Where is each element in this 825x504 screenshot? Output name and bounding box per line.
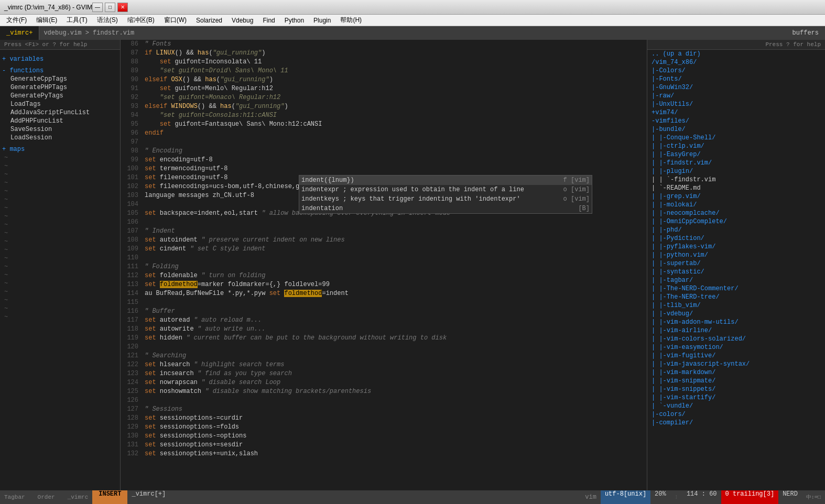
- menu-python[interactable]: Python: [280, 16, 308, 25]
- rs-item-15[interactable]: | | `-findstr.vim: [647, 176, 825, 184]
- rs-item-12[interactable]: | |-EasyGrep/: [647, 150, 825, 159]
- rs-item-35[interactable]: | |-vim-easymotion/: [647, 343, 825, 352]
- code-line-111: 111 " Folding: [121, 262, 647, 271]
- rs-item-32[interactable]: | |-vim-addon-mw-utils/: [647, 318, 825, 326]
- rs-item-20[interactable]: | |-OmniCppComplete/: [647, 217, 825, 226]
- rs-item-39[interactable]: | |-vim-snipmate/: [647, 377, 825, 385]
- code-line-99: 99 set encoding=utf-8: [121, 156, 647, 165]
- rs-item-18[interactable]: | |-molokai/: [647, 201, 825, 209]
- rs-item-38[interactable]: | |-vim-markdown/: [647, 368, 825, 377]
- rs-item-27[interactable]: | |-tagbar/: [647, 276, 825, 284]
- ac-item-2[interactable]: indentkeys ; keys that trigger indenting…: [299, 194, 592, 204]
- menu-syntax[interactable]: 语法(S): [93, 15, 122, 26]
- code-line-121: 121 " Searching: [121, 352, 647, 360]
- menu-edit[interactable]: 编辑(E): [32, 15, 61, 26]
- rs-item-11[interactable]: | |-ctrlp.vim/: [647, 142, 825, 150]
- rs-item-5[interactable]: |-raw/: [647, 92, 825, 100]
- ac-item-1[interactable]: indentexpr ; expression used to obtain t…: [299, 185, 592, 194]
- rs-item-22[interactable]: | |-Pydiction/: [647, 234, 825, 243]
- sb-mode: INSERT: [92, 490, 127, 504]
- rs-item-9[interactable]: |-bundle/: [647, 125, 825, 134]
- rs-item-42[interactable]: | `-vundle/: [647, 402, 825, 410]
- rs-item-17[interactable]: | |-grep.vim/: [647, 192, 825, 201]
- sidebar-functions[interactable]: - functions: [0, 65, 120, 75]
- code-line-123: 123 set incsearch " find as you type sea…: [121, 369, 647, 378]
- menu-find[interactable]: Find: [258, 16, 279, 25]
- sb-tagbar-label: Tagbar: [0, 490, 29, 504]
- rs-item-19[interactable]: | |-neocomplcache/: [647, 209, 825, 217]
- rs-item-6[interactable]: |-UnxUtils/: [647, 100, 825, 108]
- statusbar: Tagbar Order _vimrc INSERT _vimrc[+] vim…: [0, 490, 825, 504]
- sidebar-func-5[interactable]: AddPHPFuncList: [0, 117, 120, 125]
- right-sidebar-buffers: Press ? for help .. (up a dir) /vim_74_x…: [647, 40, 825, 490]
- rs-item-29[interactable]: | |-The-NERD-tree/: [647, 293, 825, 301]
- sidebar-func-1[interactable]: GeneratePHPTags: [0, 83, 120, 92]
- rs-item-14[interactable]: | |-plugin/: [647, 167, 825, 176]
- minimize-button[interactable]: —: [92, 3, 103, 12]
- rs-item-37[interactable]: | |-vim-javascript-syntax/: [647, 360, 825, 368]
- sidebar-variables[interactable]: + variables: [0, 54, 120, 63]
- rs-item-16[interactable]: | `-README.md: [647, 184, 825, 192]
- ac-item-3[interactable]: indentation [B]: [299, 204, 592, 213]
- maximize-button[interactable]: □: [105, 3, 115, 12]
- sb-nerd: NERD: [778, 490, 802, 504]
- rs-item-36[interactable]: | |-vim-fugitive/: [647, 352, 825, 360]
- editor-area[interactable]: 86 " Fonts 87 if LINUX() && has("gui_run…: [121, 40, 647, 490]
- close-button[interactable]: ✕: [117, 3, 128, 12]
- rs-item-33[interactable]: | |-vim-airline/: [647, 326, 825, 335]
- rs-item-7[interactable]: +vim74/: [647, 108, 825, 117]
- menu-tools[interactable]: 工具(T): [62, 15, 91, 26]
- rs-item-13[interactable]: | |-findstr.vim/: [647, 159, 825, 167]
- code-line-106: 106: [121, 218, 647, 227]
- menu-solarized[interactable]: Solarized: [192, 16, 226, 25]
- sb-encoding: utf-8[unix]: [601, 490, 650, 504]
- rs-item-10[interactable]: | |-Conque-Shell/: [647, 134, 825, 142]
- rs-item-2[interactable]: |-Colors/: [647, 67, 825, 75]
- rs-item-23[interactable]: | |-pyflakes-vim/: [647, 243, 825, 251]
- menu-vdebug[interactable]: Vdebug: [227, 16, 257, 25]
- code-line-87: 87 if LINUX() && has("gui_running"): [121, 49, 647, 58]
- rs-item-0[interactable]: .. (up a dir): [647, 50, 825, 58]
- rs-item-24[interactable]: | |-python.vim/: [647, 251, 825, 259]
- rs-item-8[interactable]: -vimfiles/: [647, 117, 825, 125]
- sidebar-func-2[interactable]: GeneratePyTags: [0, 92, 120, 100]
- rs-item-31[interactable]: | |-vdebug/: [647, 310, 825, 318]
- menu-file[interactable]: 文件(F): [2, 15, 31, 26]
- autocomplete-popup[interactable]: indent({lnum}) f [vim] indentexpr ; expr…: [299, 175, 592, 214]
- rs-item-26[interactable]: | |-syntastic/: [647, 268, 825, 276]
- code-line-107: 107 " Indent: [121, 227, 647, 236]
- sidebar-tilde-5: ~: [0, 187, 120, 195]
- sidebar-help-text: Press <F1> or ? for help: [0, 40, 120, 50]
- sb-position: 114 : 60: [682, 490, 721, 504]
- sidebar-func-4[interactable]: AddJavaScriptFuncList: [0, 108, 120, 117]
- menu-help[interactable]: 帮助(H): [336, 15, 366, 26]
- sidebar-tilde-11: ~: [0, 237, 120, 246]
- menu-buffer[interactable]: 缩冲区(B): [123, 15, 159, 26]
- rs-item-28[interactable]: | |-The-NERD-Commenter/: [647, 284, 825, 293]
- rs-item-34[interactable]: | |-vim-colors-solarized/: [647, 335, 825, 343]
- rs-item-3[interactable]: |-Fonts/: [647, 75, 825, 83]
- sidebar-func-0[interactable]: GenerateCppTags: [0, 75, 120, 83]
- rs-item-1[interactable]: /vim_74_x86/: [647, 58, 825, 67]
- code-area[interactable]: 86 " Fonts 87 if LINUX() && has("gui_run…: [121, 40, 647, 490]
- sidebar-func-6[interactable]: SaveSession: [0, 125, 120, 134]
- rs-item-43[interactable]: |-colors/: [647, 410, 825, 419]
- tab-vimrc[interactable]: _vimrc+: [0, 26, 39, 40]
- code-line-91: 91 set guifont=Menlo\ Regular:h12: [121, 84, 647, 93]
- sidebar-tilde-19: ~: [0, 304, 120, 313]
- rs-item-25[interactable]: | |-supertab/: [647, 259, 825, 268]
- rs-item-44[interactable]: |-compiler/: [647, 419, 825, 427]
- sidebar-func-3[interactable]: LoadTags: [0, 100, 120, 108]
- sidebar-tilde-9: ~: [0, 221, 120, 229]
- sidebar-func-7[interactable]: LoadSession: [0, 134, 120, 142]
- ac-item-0[interactable]: indent({lnum}) f [vim]: [299, 176, 592, 185]
- rs-item-30[interactable]: | |-tlib_vim/: [647, 301, 825, 310]
- code-line-119: 119 set hidden " current buffer can be p…: [121, 334, 647, 343]
- sidebar-maps[interactable]: + maps: [0, 144, 120, 154]
- rs-item-41[interactable]: | |-vim-startify/: [647, 393, 825, 402]
- menu-plugin[interactable]: Plugin: [309, 16, 335, 25]
- rs-item-40[interactable]: | |-vim-snippets/: [647, 385, 825, 393]
- rs-item-4[interactable]: |-GnuWin32/: [647, 83, 825, 92]
- rs-item-21[interactable]: | |-phd/: [647, 226, 825, 234]
- menu-window[interactable]: 窗口(W): [160, 15, 191, 26]
